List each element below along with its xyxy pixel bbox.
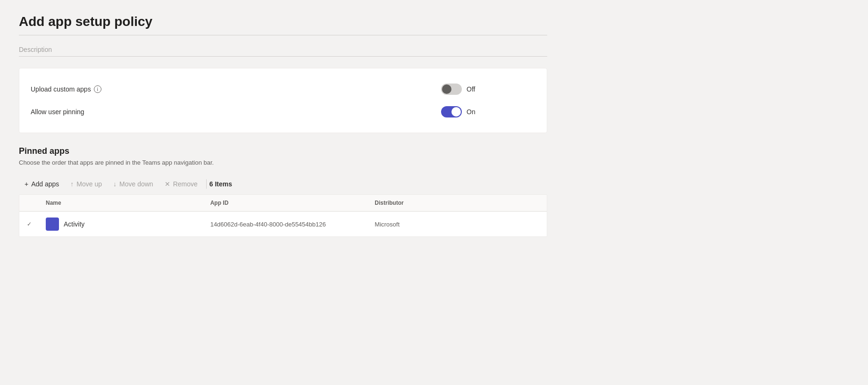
pinned-apps-table: Name App ID Distributor ✓ Activity 14d60…: [19, 194, 547, 237]
app-icon: [46, 218, 59, 231]
move-up-button[interactable]: ↑ Move up: [65, 177, 108, 191]
page-title: Add app setup policy: [19, 14, 547, 29]
distributor-cell: Microsoft: [375, 221, 539, 228]
add-apps-icon: +: [25, 180, 28, 188]
upload-custom-apps-label: Upload custom apps i: [31, 85, 441, 93]
upload-custom-apps-toggle[interactable]: [441, 84, 462, 95]
upload-custom-apps-toggle-container: Off: [441, 84, 535, 95]
add-apps-button[interactable]: + Add apps: [19, 177, 65, 191]
remove-label: Remove: [173, 180, 198, 188]
table-row: ✓ Activity 14d6062d-6eab-4f40-8000-de554…: [19, 212, 547, 236]
move-up-icon: ↑: [70, 180, 74, 188]
allow-user-pinning-label: Allow user pinning: [31, 108, 441, 116]
col-header-check: [27, 200, 46, 206]
move-down-button[interactable]: ↓ Move down: [108, 177, 159, 191]
allow-user-pinning-toggle[interactable]: [441, 106, 462, 117]
upload-custom-apps-toggle-knob: [442, 84, 451, 94]
app-name-cell: Activity: [46, 218, 210, 231]
app-name: Activity: [64, 220, 84, 228]
title-divider: [19, 35, 547, 35]
settings-card: Upload custom apps i Off Allow user pinn…: [19, 68, 547, 133]
move-down-label: Move down: [119, 180, 153, 188]
upload-custom-apps-toggle-label: Off: [467, 85, 475, 93]
toolbar-separator: [206, 179, 207, 189]
allow-user-pinning-toggle-container: On: [441, 106, 535, 117]
pinned-apps-toolbar: + Add apps ↑ Move up ↓ Move down ✕ Remov…: [19, 174, 547, 194]
allow-user-pinning-text: Allow user pinning: [31, 108, 84, 116]
move-down-icon: ↓: [113, 180, 117, 188]
pinned-apps-subtitle: Choose the order that apps are pinned in…: [19, 159, 547, 166]
add-apps-label: Add apps: [31, 180, 59, 188]
table-header: Name App ID Distributor: [19, 195, 547, 212]
app-id-cell: 14d6062d-6eab-4f40-8000-de55454bb126: [210, 221, 375, 228]
move-up-label: Move up: [76, 180, 102, 188]
col-header-appid: App ID: [210, 200, 375, 206]
items-count: 6 Items: [209, 180, 232, 188]
upload-custom-apps-row: Upload custom apps i Off: [31, 78, 535, 100]
pinned-apps-section: Pinned apps Choose the order that apps a…: [19, 146, 547, 237]
col-header-name: Name: [46, 200, 210, 206]
col-header-distributor: Distributor: [375, 200, 539, 206]
upload-custom-apps-info-icon[interactable]: i: [94, 85, 101, 93]
remove-button[interactable]: ✕ Remove: [159, 177, 203, 191]
row-check[interactable]: ✓: [27, 221, 46, 227]
allow-user-pinning-toggle-knob: [451, 107, 461, 117]
allow-user-pinning-row: Allow user pinning On: [31, 100, 535, 123]
pinned-apps-title: Pinned apps: [19, 146, 547, 156]
upload-custom-apps-text: Upload custom apps: [31, 85, 91, 93]
allow-user-pinning-toggle-label: On: [467, 108, 476, 116]
remove-icon: ✕: [165, 180, 170, 188]
description-input[interactable]: [19, 43, 547, 57]
page-container: Add app setup policy Upload custom apps …: [0, 0, 566, 251]
